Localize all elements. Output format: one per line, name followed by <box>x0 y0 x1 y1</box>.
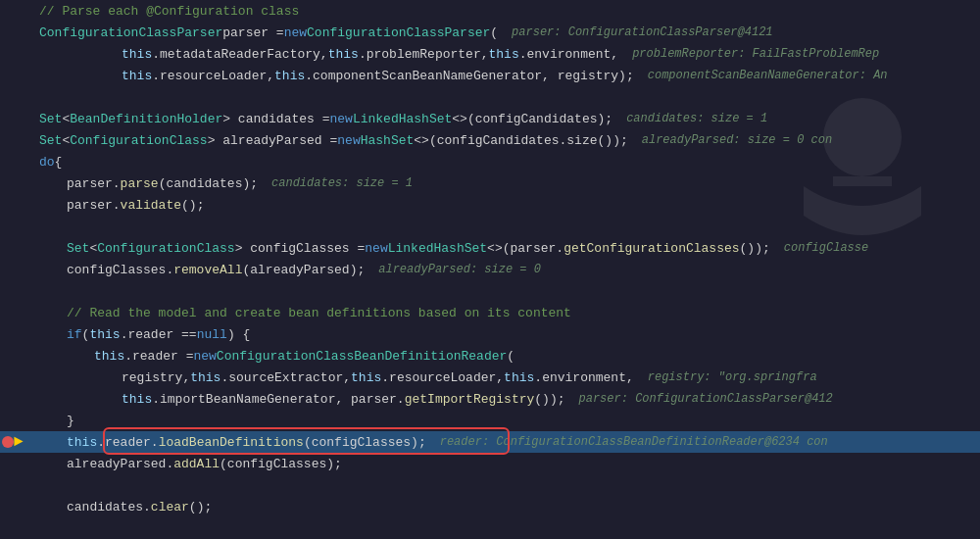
code-token-method: removeAll <box>173 263 242 277</box>
code-token-new: new <box>337 133 360 148</box>
code-line: candidates.clear(); <box>0 496 980 517</box>
code-line: if (this.reader == null) { <box>0 323 980 345</box>
code-line: parser.parse(candidates);candidates: siz… <box>0 172 980 194</box>
code-token-plain: (configClasses); <box>220 457 342 471</box>
code-token-plain: alreadyParsed. <box>67 457 173 471</box>
line-content: this.importBeanNameGenerator, parser.get… <box>29 392 980 407</box>
code-token-plain: parser. <box>67 198 121 213</box>
code-token-plain: ( <box>507 349 514 364</box>
debug-hint: registry: "org.springfra <box>648 370 817 384</box>
debug-hint: alreadyParsed: size = 0 con <box>642 133 832 147</box>
code-token-type: ConfigurationClassBeanDefinitionReader <box>217 349 507 364</box>
code-token-new: new <box>365 241 387 256</box>
code-token-plain: ) { <box>227 327 250 342</box>
code-token-plain: .reader = <box>124 349 193 364</box>
code-line: do { <box>0 151 980 172</box>
code-token-type: Set <box>67 241 89 256</box>
code-token-type: ConfigurationClassParser <box>39 25 222 40</box>
debug-hint: candidates: size = 1 <box>271 176 413 190</box>
code-token-this: this <box>190 370 220 385</box>
code-token-plain: .componentScanBeanNameGenerator, registr… <box>305 69 633 83</box>
code-line <box>0 474 980 496</box>
debug-hint: parser: ConfigurationClassParser@412 <box>579 392 833 406</box>
code-token-keyword: do <box>39 155 55 170</box>
line-content: Set<BeanDefinitionHolder> candidates = n… <box>29 112 980 126</box>
code-token-this: this <box>504 370 534 385</box>
code-token-new: new <box>329 112 352 126</box>
code-token-plain: <>(configCandidates); <box>452 112 612 126</box>
code-token-comment: // Parse each @Configuration class <box>39 4 299 19</box>
debug-hint: reader: ConfigurationClassBeanDefinition… <box>440 435 828 449</box>
code-editor: // Parse each @Configuration classConfig… <box>0 0 980 539</box>
code-token-plain: .resourceLoader, <box>381 370 504 385</box>
code-line: parser.validate(); <box>0 194 980 216</box>
debug-hint: problemReporter: FailFastProblemRep <box>632 47 879 61</box>
line-content: Set<ConfigurationClass> configClasses = … <box>29 241 980 256</box>
code-token-plain: { <box>55 155 63 170</box>
code-token-this: this <box>351 370 381 385</box>
code-token-keyword: null <box>197 327 227 342</box>
debug-hint: alreadyParsed: size = 0 <box>378 263 541 276</box>
arrow-indicator: ► <box>14 434 29 450</box>
code-token-plain: .reader. <box>97 435 158 450</box>
code-token-plain: .problemReporter, <box>359 47 489 62</box>
line-content: candidates.clear(); <box>29 500 980 514</box>
code-token-plain: candidates. <box>67 500 151 514</box>
code-token-type: BeanDefinitionHolder <box>70 112 222 126</box>
code-line: ConfigurationClassParser parser = new Co… <box>0 22 980 43</box>
line-content: parser.validate(); <box>29 198 980 213</box>
code-token-plain: <>(configCandidates.size()); <box>414 133 627 148</box>
code-token-this: this <box>122 47 152 62</box>
code-token-type: Set <box>39 112 62 126</box>
line-content: registry, this.sourceExtractor, this.res… <box>29 370 980 385</box>
code-token-plain: } <box>67 414 74 428</box>
debug-hint: componentScanBeanNameGenerator: An <box>648 69 888 82</box>
line-content: do { <box>29 155 980 170</box>
code-line: } <box>0 410 980 431</box>
debug-hint: candidates: size = 1 <box>626 112 767 125</box>
code-token-plain: parser = <box>222 25 283 40</box>
code-token-comment: // Read the model and create bean defini… <box>67 306 571 320</box>
debug-hint: configClasse <box>784 241 868 255</box>
code-token-plain: > alreadyParsed = <box>208 133 338 148</box>
line-content: configClasses.removeAll(alreadyParsed);a… <box>29 263 980 277</box>
code-token-method: validate <box>121 198 181 213</box>
code-token-plain: ( <box>490 25 498 40</box>
code-line: // Parse each @Configuration class <box>0 0 980 22</box>
code-token-plain: .sourceExtractor, <box>220 370 351 385</box>
code-token-plain: registry, <box>122 370 190 385</box>
code-token-plain: ()); <box>740 241 770 256</box>
code-token-plain: (); <box>181 198 204 213</box>
code-token-plain: ()); <box>534 392 564 407</box>
code-token-type: LinkedHashSet <box>353 112 452 126</box>
line-content: if (this.reader == null) { <box>29 327 980 342</box>
code-token-method: loadBeanDefinitions <box>159 435 304 450</box>
code-line: this.metadataReaderFactory, this.problem… <box>0 43 980 65</box>
code-token-type: ConfigurationClassParser <box>307 25 490 40</box>
code-token-this: this <box>328 47 359 62</box>
line-content: parser.parse(candidates);candidates: siz… <box>29 176 980 191</box>
code-token-this: this <box>122 392 152 407</box>
line-content: this.metadataReaderFactory, this.problem… <box>29 47 980 62</box>
code-token-plain: .resourceLoader, <box>152 69 274 83</box>
code-token-method: getConfigurationClasses <box>564 241 739 256</box>
code-token-type: ConfigurationClass <box>70 133 207 148</box>
code-token-this: this <box>67 435 97 450</box>
code-token-this: this <box>122 69 152 83</box>
code-token-plain: .environment, <box>534 370 633 385</box>
code-line: Set<ConfigurationClass> alreadyParsed = … <box>0 129 980 151</box>
code-token-plain: .metadataReaderFactory, <box>152 47 327 62</box>
code-token-plain: .importBeanNameGenerator, parser. <box>152 392 404 407</box>
code-token-type: Set <box>39 133 62 148</box>
code-token-plain: ( <box>82 327 90 342</box>
code-line: this.importBeanNameGenerator, parser.get… <box>0 388 980 410</box>
breakpoint-dot <box>2 436 14 448</box>
line-content: this.resourceLoader, this.componentScanB… <box>29 69 980 83</box>
code-token-type: ConfigurationClass <box>97 241 234 256</box>
code-token-plain: <>(parser. <box>487 241 564 256</box>
code-token-plain: < <box>62 133 70 148</box>
code-line: ►this.reader.loadBeanDefinitions(configC… <box>0 431 980 453</box>
code-token-plain: > configClasses = <box>235 241 366 256</box>
code-token-method: clear <box>151 500 189 514</box>
code-token-method: getImportRegistry <box>405 392 535 407</box>
